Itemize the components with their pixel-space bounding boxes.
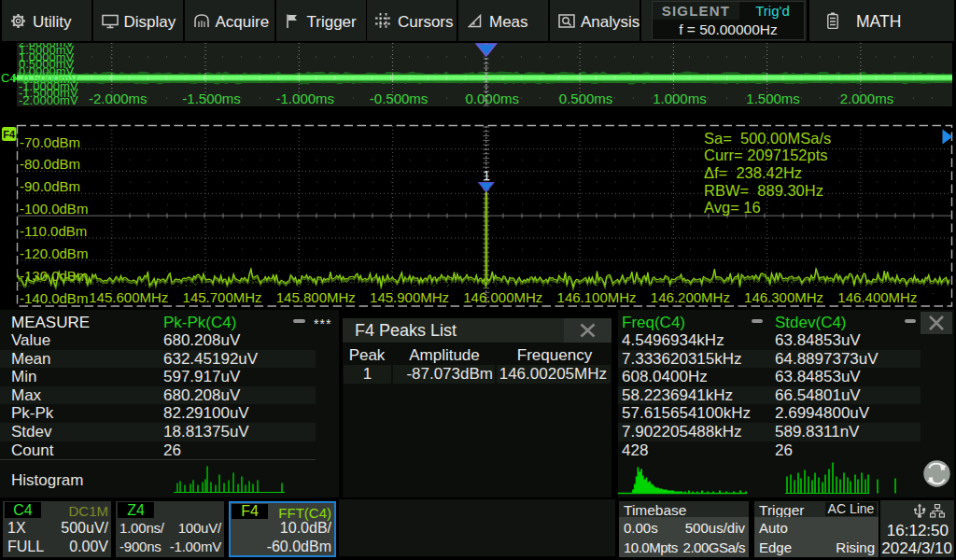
svg-text:145.800MHz: 145.800MHz [276, 289, 356, 305]
svg-text:146.100MHz: 146.100MHz [557, 289, 637, 305]
svg-text:F4: F4 [3, 129, 16, 140]
svg-text:1.500ms: 1.500ms [746, 91, 800, 106]
svg-text:145.900MHz: 145.900MHz [370, 289, 449, 305]
svg-text:146.200MHz: 146.200MHz [651, 289, 730, 305]
svg-text:-90.0dBm: -90.0dBm [20, 178, 80, 194]
svg-text:-110.0dBm: -110.0dBm [20, 223, 87, 239]
svg-text:146.300MHz: 146.300MHz [744, 289, 823, 305]
svg-text:-2.0000mV: -2.0000mV [19, 93, 78, 107]
svg-text:146.400MHz: 146.400MHz [837, 289, 917, 305]
svg-text:Curr= 2097152pts: Curr= 2097152pts [704, 147, 828, 163]
svg-text:Sa= 500.00MSa/s: Sa= 500.00MSa/s [704, 130, 831, 147]
svg-text:1.000ms: 1.000ms [653, 91, 707, 106]
svg-text:-70.0dBm: -70.0dBm [20, 134, 80, 150]
svg-text:-0.500ms: -0.500ms [370, 91, 429, 106]
svg-text:-140.0dBm: -140.0dBm [20, 290, 88, 306]
svg-text:0.500ms: 0.500ms [559, 91, 613, 106]
svg-text:-1.000ms: -1.000ms [276, 91, 335, 106]
svg-text:145.600MHz: 145.600MHz [89, 289, 168, 305]
svg-text:-2.000ms: -2.000ms [89, 91, 148, 106]
svg-text:Δf= 238.42Hz: Δf= 238.42Hz [704, 164, 802, 181]
svg-text:2.000ms: 2.000ms [840, 91, 894, 106]
svg-text:-120.0dBm: -120.0dBm [20, 245, 88, 261]
svg-text:145.700MHz: 145.700MHz [183, 289, 262, 305]
svg-text:-80.0dBm: -80.0dBm [20, 156, 80, 172]
svg-text:-100.0dBm: -100.0dBm [20, 201, 88, 217]
svg-text:146.000MHz: 146.000MHz [463, 289, 542, 305]
svg-text:RBW= 889.30Hz: RBW= 889.30Hz [704, 182, 823, 199]
svg-text:1: 1 [483, 168, 490, 183]
svg-text:Avg= 16: Avg= 16 [704, 199, 761, 216]
svg-text:0.000ms: 0.000ms [466, 91, 520, 106]
svg-text:-1.500ms: -1.500ms [182, 91, 241, 106]
